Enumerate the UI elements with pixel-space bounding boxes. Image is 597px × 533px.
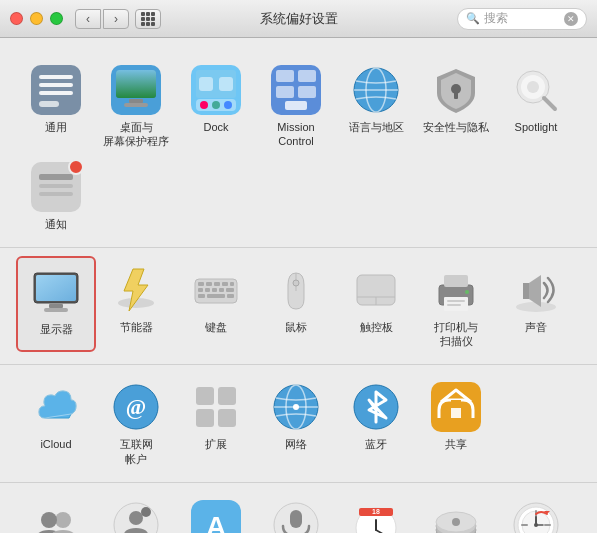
item-trackpad[interactable]: 触控板: [336, 256, 416, 353]
grid-view-button[interactable]: [135, 9, 161, 29]
minimize-button[interactable]: [30, 12, 43, 25]
item-parental[interactable]: 家长控制: [96, 491, 176, 533]
notification-icon: [30, 161, 82, 213]
svg-point-32: [527, 81, 539, 93]
item-printer[interactable]: 打印机与扫描仪: [416, 256, 496, 353]
security-label: 安全性与隐私: [423, 120, 489, 134]
item-bluetooth[interactable]: 蓝牙: [336, 373, 416, 470]
search-placeholder: 搜索: [484, 10, 564, 27]
svg-rect-22: [298, 86, 316, 98]
section-hardware: 显示器 节能器: [0, 248, 597, 366]
svg-text:A: A: [206, 511, 226, 533]
mouse-label: 鼠标: [285, 320, 307, 334]
svg-rect-55: [207, 294, 225, 298]
sharing-icon: [430, 381, 482, 433]
item-appstore[interactable]: A App Store: [176, 491, 256, 533]
item-energy[interactable]: 节能器: [96, 256, 176, 353]
appstore-icon: A: [190, 499, 242, 533]
svg-point-104: [452, 518, 460, 526]
section-internet: iCloud @ 互联网帐户: [0, 365, 597, 483]
forward-button[interactable]: ›: [103, 9, 129, 29]
sound-icon: [510, 264, 562, 316]
svg-line-31: [544, 98, 555, 109]
svg-point-78: [293, 404, 299, 410]
svg-rect-35: [39, 184, 73, 188]
item-sound[interactable]: 声音: [496, 256, 576, 353]
grid-icon: [141, 12, 155, 26]
item-general[interactable]: 通用: [16, 56, 96, 153]
search-box[interactable]: 🔍 搜索 ✕: [457, 8, 587, 30]
svg-rect-48: [230, 282, 234, 286]
svg-rect-21: [276, 86, 294, 98]
item-startup[interactable]: 启动磁盘: [416, 491, 496, 533]
svg-rect-74: [218, 409, 236, 427]
printer-label: 打印机与扫描仪: [434, 320, 478, 349]
bluetooth-label: 蓝牙: [365, 437, 387, 451]
svg-point-82: [55, 512, 71, 528]
svg-rect-4: [39, 101, 59, 107]
item-sharing[interactable]: 共享: [416, 373, 496, 470]
item-internet-accounts[interactable]: @ 互联网帐户: [96, 373, 176, 470]
content-area: 通用: [0, 38, 597, 533]
item-security[interactable]: 安全性与隐私: [416, 56, 496, 153]
back-button[interactable]: ‹: [75, 9, 101, 29]
item-datetime[interactable]: 18 日期与时间: [336, 491, 416, 533]
item-dictation[interactable]: 听写与语音: [256, 491, 336, 533]
datetime-icon: 18: [350, 499, 402, 533]
svg-point-67: [465, 290, 469, 294]
svg-rect-53: [226, 288, 234, 292]
sound-label: 声音: [525, 320, 547, 334]
item-dock[interactable]: Dock: [176, 56, 256, 153]
search-icon: 🔍: [466, 12, 480, 25]
item-desktop[interactable]: 桌面与屏幕保护程序: [96, 56, 176, 153]
item-users[interactable]: 用户与群组: [16, 491, 96, 533]
item-timemachine[interactable]: Time Machine: [496, 491, 576, 533]
svg-rect-49: [198, 288, 203, 292]
nav-buttons: ‹ ›: [75, 9, 129, 29]
network-label: 网络: [285, 437, 307, 451]
timemachine-icon: [510, 499, 562, 533]
energy-label: 节能器: [120, 320, 153, 334]
item-mission[interactable]: MissionControl: [256, 56, 336, 153]
security-icon: [430, 64, 482, 116]
search-clear-button[interactable]: ✕: [564, 12, 578, 26]
item-notification[interactable]: 通知: [16, 153, 96, 235]
svg-rect-56: [227, 294, 234, 298]
mission-icon: [270, 64, 322, 116]
item-network[interactable]: 网络: [256, 373, 336, 470]
item-icloud[interactable]: iCloud: [16, 373, 96, 470]
svg-rect-7: [116, 70, 156, 98]
svg-rect-17: [219, 77, 233, 91]
svg-rect-65: [447, 300, 465, 302]
svg-rect-73: [196, 409, 214, 427]
svg-rect-46: [214, 282, 220, 286]
item-mouse[interactable]: 鼠标: [256, 256, 336, 353]
svg-rect-54: [198, 294, 205, 298]
svg-rect-66: [447, 304, 461, 306]
svg-rect-45: [206, 282, 212, 286]
svg-rect-63: [444, 275, 468, 287]
svg-rect-8: [129, 99, 143, 103]
maximize-button[interactable]: [50, 12, 63, 25]
item-language[interactable]: 语言与地区: [336, 56, 416, 153]
item-keyboard[interactable]: 键盘: [176, 256, 256, 353]
svg-point-85: [129, 511, 143, 525]
mission-label: MissionControl: [277, 120, 314, 149]
close-button[interactable]: [10, 12, 23, 25]
hardware-grid: 显示器 节能器: [16, 256, 581, 353]
svg-point-114: [534, 523, 538, 527]
item-display[interactable]: 显示器: [16, 256, 96, 353]
svg-rect-2: [39, 83, 73, 87]
spotlight-icon: [510, 64, 562, 116]
trackpad-label: 触控板: [360, 320, 393, 334]
display-icon: [30, 266, 82, 318]
spotlight-label: Spotlight: [515, 120, 558, 134]
trackpad-icon: [350, 264, 402, 316]
svg-point-15: [224, 101, 232, 109]
item-extensions[interactable]: 扩展: [176, 373, 256, 470]
desktop-icon: [110, 64, 162, 116]
svg-text:@: @: [126, 394, 146, 419]
desktop-label: 桌面与屏幕保护程序: [103, 120, 169, 149]
svg-text:18: 18: [372, 508, 380, 515]
item-spotlight[interactable]: Spotlight: [496, 56, 576, 153]
